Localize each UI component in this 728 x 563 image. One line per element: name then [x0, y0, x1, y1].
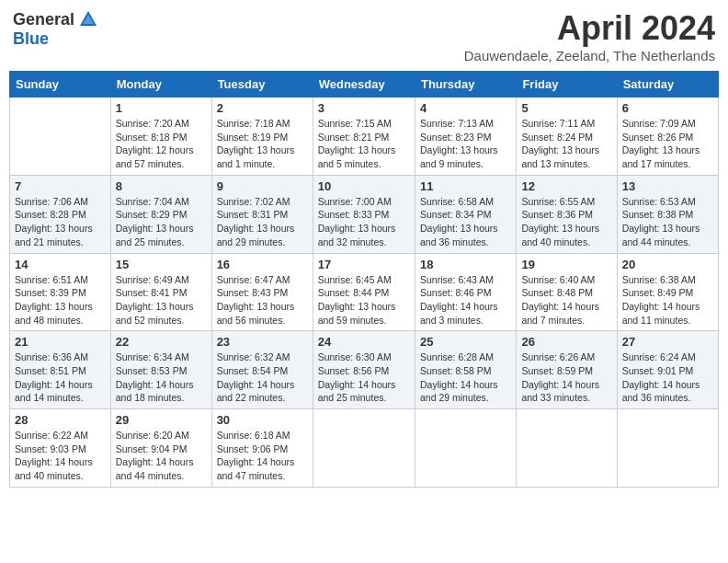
- day-info: Sunrise: 6:18 AM Sunset: 9:06 PM Dayligh…: [217, 429, 308, 483]
- day-number: 7: [15, 179, 106, 193]
- day-info: Sunrise: 6:34 AM Sunset: 8:53 PM Dayligh…: [116, 350, 207, 405]
- calendar-day-cell: 8Sunrise: 7:04 AM Sunset: 8:29 PM Daylig…: [110, 175, 211, 253]
- logo-blue-text: Blue: [13, 29, 49, 49]
- day-info: Sunrise: 6:55 AM Sunset: 8:36 PM Dayligh…: [521, 195, 611, 249]
- calendar-day-header: Saturday: [617, 72, 718, 98]
- calendar-day-cell: 1Sunrise: 7:20 AM Sunset: 8:18 PM Daylig…: [110, 98, 211, 176]
- day-number: 12: [521, 179, 611, 193]
- day-info: Sunrise: 7:18 AM Sunset: 8:19 PM Dayligh…: [217, 117, 308, 171]
- calendar-day-cell: 6Sunrise: 7:09 AM Sunset: 8:26 PM Daylig…: [617, 98, 718, 176]
- day-info: Sunrise: 7:11 AM Sunset: 8:24 PM Dayligh…: [521, 117, 611, 171]
- calendar-day-cell: 2Sunrise: 7:18 AM Sunset: 8:19 PM Daylig…: [211, 98, 313, 176]
- day-info: Sunrise: 6:22 AM Sunset: 9:03 PM Dayligh…: [15, 429, 106, 483]
- day-number: 19: [521, 258, 611, 271]
- day-number: 13: [622, 179, 713, 193]
- calendar-day-header: Friday: [517, 72, 617, 98]
- day-info: Sunrise: 6:30 AM Sunset: 8:56 PM Dayligh…: [318, 350, 410, 405]
- calendar-day-cell: 19Sunrise: 6:40 AM Sunset: 8:48 PM Dayli…: [517, 253, 617, 331]
- calendar-week-row: 7Sunrise: 7:06 AM Sunset: 8:28 PM Daylig…: [10, 175, 719, 253]
- day-info: Sunrise: 6:40 AM Sunset: 8:48 PM Dayligh…: [521, 273, 611, 327]
- calendar-week-row: 14Sunrise: 6:51 AM Sunset: 8:39 PM Dayli…: [10, 253, 719, 331]
- calendar-table: SundayMondayTuesdayWednesdayThursdayFrid…: [9, 71, 719, 488]
- day-info: Sunrise: 6:51 AM Sunset: 8:39 PM Dayligh…: [15, 273, 106, 327]
- calendar-day-cell: 18Sunrise: 6:43 AM Sunset: 8:46 PM Dayli…: [415, 253, 516, 331]
- day-number: 26: [521, 335, 611, 349]
- calendar-day-cell: 23Sunrise: 6:32 AM Sunset: 8:54 PM Dayli…: [211, 331, 313, 409]
- day-info: Sunrise: 6:49 AM Sunset: 8:41 PM Dayligh…: [116, 273, 207, 327]
- day-number: 5: [521, 101, 611, 115]
- day-number: 22: [116, 335, 207, 349]
- day-info: Sunrise: 6:20 AM Sunset: 9:04 PM Dayligh…: [116, 429, 207, 483]
- day-info: Sunrise: 6:24 AM Sunset: 9:01 PM Dayligh…: [622, 350, 713, 405]
- day-info: Sunrise: 6:32 AM Sunset: 8:54 PM Dayligh…: [217, 350, 308, 405]
- day-number: 4: [420, 101, 511, 115]
- day-info: Sunrise: 7:02 AM Sunset: 8:31 PM Dayligh…: [217, 195, 308, 249]
- calendar-day-cell: 20Sunrise: 6:38 AM Sunset: 8:49 PM Dayli…: [617, 253, 718, 331]
- calendar-day-cell: 28Sunrise: 6:22 AM Sunset: 9:03 PM Dayli…: [10, 409, 111, 488]
- calendar-day-cell: 13Sunrise: 6:53 AM Sunset: 8:38 PM Dayli…: [617, 175, 718, 253]
- calendar-week-row: 1Sunrise: 7:20 AM Sunset: 8:18 PM Daylig…: [10, 98, 719, 176]
- day-number: 21: [15, 335, 106, 349]
- day-number: 9: [217, 179, 308, 193]
- calendar-day-cell: 17Sunrise: 6:45 AM Sunset: 8:44 PM Dayli…: [313, 253, 415, 331]
- calendar-day-header: Tuesday: [211, 72, 313, 98]
- day-info: Sunrise: 6:58 AM Sunset: 8:34 PM Dayligh…: [420, 195, 511, 249]
- day-info: Sunrise: 6:26 AM Sunset: 8:59 PM Dayligh…: [521, 350, 611, 405]
- month-title: April 2024: [464, 9, 715, 48]
- day-info: Sunrise: 7:04 AM Sunset: 8:29 PM Dayligh…: [116, 195, 207, 249]
- calendar-day-cell: 30Sunrise: 6:18 AM Sunset: 9:06 PM Dayli…: [211, 409, 313, 488]
- calendar-day-header: Sunday: [10, 72, 111, 98]
- calendar-day-cell: 14Sunrise: 6:51 AM Sunset: 8:39 PM Dayli…: [10, 253, 111, 331]
- location-title: Dauwendaele, Zeeland, The Netherlands: [464, 48, 715, 63]
- day-info: Sunrise: 6:45 AM Sunset: 8:44 PM Dayligh…: [318, 273, 410, 327]
- calendar-day-cell: [517, 409, 617, 488]
- day-info: Sunrise: 6:43 AM Sunset: 8:46 PM Dayligh…: [420, 273, 511, 327]
- day-info: Sunrise: 7:00 AM Sunset: 8:33 PM Dayligh…: [318, 195, 410, 249]
- day-number: 15: [116, 258, 207, 271]
- calendar-day-cell: [415, 409, 516, 488]
- day-number: 8: [116, 179, 207, 193]
- day-number: 17: [318, 258, 410, 271]
- calendar-day-cell: 25Sunrise: 6:28 AM Sunset: 8:58 PM Dayli…: [415, 331, 516, 409]
- calendar-day-cell: [617, 409, 718, 488]
- day-number: 25: [420, 335, 511, 349]
- day-info: Sunrise: 7:20 AM Sunset: 8:18 PM Dayligh…: [116, 117, 207, 171]
- logo-general-text: General: [13, 10, 74, 29]
- calendar-day-cell: 11Sunrise: 6:58 AM Sunset: 8:34 PM Dayli…: [415, 175, 516, 253]
- logo-icon: [78, 9, 98, 29]
- calendar-day-cell: 22Sunrise: 6:34 AM Sunset: 8:53 PM Dayli…: [110, 331, 211, 409]
- day-number: 18: [420, 258, 511, 271]
- day-info: Sunrise: 7:09 AM Sunset: 8:26 PM Dayligh…: [622, 117, 713, 171]
- day-number: 14: [15, 258, 106, 271]
- day-info: Sunrise: 6:36 AM Sunset: 8:51 PM Dayligh…: [15, 350, 106, 405]
- day-info: Sunrise: 7:06 AM Sunset: 8:28 PM Dayligh…: [15, 195, 106, 249]
- calendar-day-cell: 12Sunrise: 6:55 AM Sunset: 8:36 PM Dayli…: [517, 175, 617, 253]
- calendar-day-cell: 21Sunrise: 6:36 AM Sunset: 8:51 PM Dayli…: [10, 331, 111, 409]
- day-number: 29: [116, 413, 207, 427]
- day-number: 2: [217, 101, 308, 115]
- calendar-week-row: 21Sunrise: 6:36 AM Sunset: 8:51 PM Dayli…: [10, 331, 719, 409]
- day-number: 20: [622, 258, 713, 271]
- title-section: April 2024 Dauwendaele, Zeeland, The Net…: [464, 9, 715, 63]
- day-number: 10: [318, 179, 410, 193]
- calendar-day-cell: 3Sunrise: 7:15 AM Sunset: 8:21 PM Daylig…: [313, 98, 415, 176]
- day-number: 1: [116, 101, 207, 115]
- calendar-week-row: 28Sunrise: 6:22 AM Sunset: 9:03 PM Dayli…: [10, 409, 719, 488]
- calendar-day-cell: 10Sunrise: 7:00 AM Sunset: 8:33 PM Dayli…: [313, 175, 415, 253]
- day-number: 27: [622, 335, 713, 349]
- logo: General Blue: [13, 9, 98, 49]
- day-number: 16: [217, 258, 308, 271]
- calendar-day-cell: 26Sunrise: 6:26 AM Sunset: 8:59 PM Dayli…: [517, 331, 617, 409]
- day-info: Sunrise: 6:38 AM Sunset: 8:49 PM Dayligh…: [622, 273, 713, 327]
- calendar-day-cell: [10, 98, 111, 176]
- day-info: Sunrise: 6:47 AM Sunset: 8:43 PM Dayligh…: [217, 273, 308, 327]
- calendar-day-cell: 9Sunrise: 7:02 AM Sunset: 8:31 PM Daylig…: [211, 175, 313, 253]
- calendar-day-cell: 29Sunrise: 6:20 AM Sunset: 9:04 PM Dayli…: [110, 409, 211, 488]
- day-number: 11: [420, 179, 511, 193]
- day-number: 30: [217, 413, 308, 427]
- day-number: 6: [622, 101, 713, 115]
- calendar-day-cell: [313, 409, 415, 488]
- calendar-day-cell: 27Sunrise: 6:24 AM Sunset: 9:01 PM Dayli…: [617, 331, 718, 409]
- calendar-day-cell: 7Sunrise: 7:06 AM Sunset: 8:28 PM Daylig…: [10, 175, 111, 253]
- day-number: 24: [318, 335, 410, 349]
